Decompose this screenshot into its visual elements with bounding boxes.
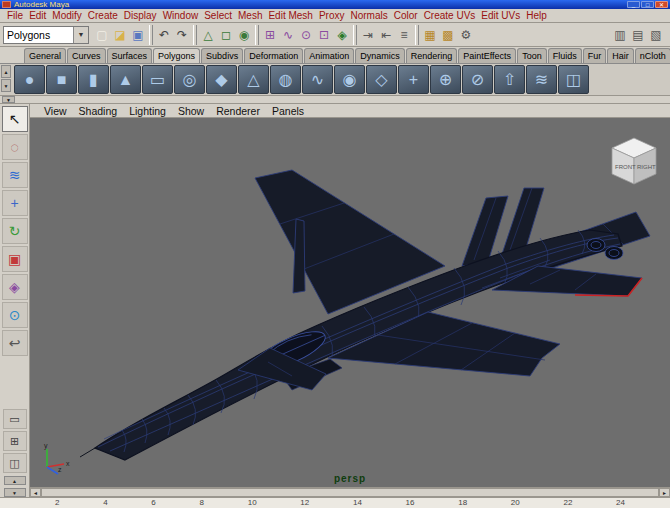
panel-menu-renderer[interactable]: Renderer bbox=[210, 105, 266, 117]
chevron-down-icon[interactable]: ▼ bbox=[73, 27, 88, 43]
toolbox-scroll-down-icon[interactable]: ▼ bbox=[4, 488, 26, 497]
maximize-button[interactable]: □ bbox=[641, 1, 654, 8]
shelf-menu-up-icon[interactable]: ▲ bbox=[1, 65, 11, 78]
shelf-tab-curves[interactable]: Curves bbox=[67, 48, 106, 63]
poly-prism-icon[interactable]: ◆ bbox=[206, 65, 237, 94]
four-pane-layout[interactable]: ⊞ bbox=[3, 431, 27, 451]
make-live-icon[interactable]: ◈ bbox=[333, 26, 351, 44]
select-component-icon[interactable]: ◉ bbox=[235, 26, 253, 44]
render-current-frame-icon[interactable]: ▦ bbox=[421, 26, 439, 44]
poly-cube-icon[interactable]: ■ bbox=[46, 65, 77, 94]
shelf-tab-dynamics[interactable]: Dynamics bbox=[355, 48, 405, 63]
extrude-icon[interactable]: ⇧ bbox=[494, 65, 525, 94]
shelf-menu-down-icon[interactable]: ▼ bbox=[1, 79, 11, 92]
panel-menu-view[interactable]: View bbox=[38, 105, 73, 117]
shelf-tab-fur[interactable]: Fur bbox=[583, 48, 607, 63]
menu-item-modify[interactable]: Modify bbox=[49, 9, 84, 22]
split-pane-layout[interactable]: ◫ bbox=[3, 453, 27, 473]
open-scene-icon[interactable]: ◪ bbox=[111, 26, 129, 44]
menu-item-edit-mesh[interactable]: Edit Mesh bbox=[265, 9, 315, 22]
shelf-tab-polygons[interactable]: Polygons bbox=[153, 48, 200, 63]
snap-view-plane-icon[interactable]: ⊡ bbox=[315, 26, 333, 44]
scroll-right-icon[interactable]: ► bbox=[659, 488, 670, 497]
output-connections-icon[interactable]: ⇤ bbox=[377, 26, 395, 44]
snap-curve-icon[interactable]: ∿ bbox=[279, 26, 297, 44]
last-tool[interactable]: ↩ bbox=[2, 330, 28, 356]
construction-history-icon[interactable]: ≡ bbox=[395, 26, 413, 44]
time-slider[interactable]: 24681012141618202224 bbox=[0, 497, 670, 508]
lasso-select-tool[interactable]: ◌ bbox=[2, 134, 28, 160]
menu-item-proxy[interactable]: Proxy bbox=[316, 9, 348, 22]
rotate-tool[interactable]: ↻ bbox=[2, 218, 28, 244]
redo-icon[interactable]: ↷ bbox=[173, 26, 191, 44]
perspective-viewport[interactable]: FRONT RIGHT y x z persp bbox=[30, 118, 670, 487]
menu-item-file[interactable]: File bbox=[4, 9, 26, 22]
move-tool[interactable]: + bbox=[2, 190, 28, 216]
separate-icon[interactable]: ⊘ bbox=[462, 65, 493, 94]
menu-item-color[interactable]: Color bbox=[391, 9, 421, 22]
panel-menu-show[interactable]: Show bbox=[172, 105, 210, 117]
shelf-tab-painteffects[interactable]: PaintEffects bbox=[458, 48, 516, 63]
shelf-tab-ncloth[interactable]: nCloth bbox=[635, 48, 670, 63]
poly-platonic-icon[interactable]: ◇ bbox=[366, 65, 397, 94]
menu-item-create[interactable]: Create bbox=[85, 9, 121, 22]
poly-helix-icon[interactable]: ∿ bbox=[302, 65, 333, 94]
show-channel-box-icon[interactable]: ▧ bbox=[647, 26, 665, 44]
menu-item-edit-uvs[interactable]: Edit UVs bbox=[478, 9, 523, 22]
create-polygon-icon[interactable]: + bbox=[398, 65, 429, 94]
undo-icon[interactable]: ↶ bbox=[155, 26, 173, 44]
menu-item-normals[interactable]: Normals bbox=[347, 9, 390, 22]
menu-item-window[interactable]: Window bbox=[160, 9, 202, 22]
snap-point-icon[interactable]: ⊙ bbox=[297, 26, 315, 44]
new-scene-icon[interactable]: ▢ bbox=[93, 26, 111, 44]
menu-item-mesh[interactable]: Mesh bbox=[235, 9, 265, 22]
poly-plane-icon[interactable]: ▭ bbox=[142, 65, 173, 94]
select-tool[interactable]: ↖ bbox=[2, 106, 28, 132]
single-pane-layout[interactable]: ▭ bbox=[3, 409, 27, 429]
view-cube[interactable]: FRONT RIGHT bbox=[604, 132, 662, 190]
shelf-tab-rendering[interactable]: Rendering bbox=[406, 48, 458, 63]
menu-item-help[interactable]: Help bbox=[523, 9, 550, 22]
select-hierarchy-icon[interactable]: △ bbox=[199, 26, 217, 44]
show-attribute-editor-icon[interactable]: ▥ bbox=[611, 26, 629, 44]
panel-menu-panels[interactable]: Panels bbox=[266, 105, 310, 117]
shelf-tab-deformation[interactable]: Deformation bbox=[244, 48, 303, 63]
menu-item-create-uvs[interactable]: Create UVs bbox=[421, 9, 479, 22]
hscroll-thumb[interactable] bbox=[41, 488, 659, 497]
minimize-button[interactable]: _ bbox=[627, 1, 640, 8]
shelf-tab-toon[interactable]: Toon bbox=[517, 48, 547, 63]
save-scene-icon[interactable]: ▣ bbox=[129, 26, 147, 44]
shelf-tab-subdivs[interactable]: Subdivs bbox=[201, 48, 243, 63]
shelf-tab-general[interactable]: General bbox=[24, 48, 66, 63]
show-manipulator-tool[interactable]: ⊙ bbox=[2, 302, 28, 328]
shelf-tab-surfaces[interactable]: Surfaces bbox=[107, 48, 153, 63]
poly-sphere-icon[interactable]: ● bbox=[14, 65, 45, 94]
render-settings-icon[interactable]: ⚙ bbox=[457, 26, 475, 44]
collapse-shelf-icon[interactable]: ▼ bbox=[2, 96, 15, 103]
poly-soccer-ball-icon[interactable]: ◉ bbox=[334, 65, 365, 94]
mirror-geometry-icon[interactable]: ◫ bbox=[558, 65, 589, 94]
poly-pipe-icon[interactable]: ◍ bbox=[270, 65, 301, 94]
scroll-left-icon[interactable]: ◄ bbox=[30, 488, 41, 497]
snap-grid-icon[interactable]: ⊞ bbox=[261, 26, 279, 44]
universal-manipulator-tool[interactable]: ◈ bbox=[2, 274, 28, 300]
shelf-tab-hair[interactable]: Hair bbox=[607, 48, 634, 63]
menu-set-dropdown[interactable]: Polygons ▼ bbox=[3, 26, 89, 44]
panel-menu-lighting[interactable]: Lighting bbox=[123, 105, 172, 117]
menu-item-edit[interactable]: Edit bbox=[26, 9, 49, 22]
smooth-icon[interactable]: ≋ bbox=[526, 65, 557, 94]
poly-pyramid-icon[interactable]: △ bbox=[238, 65, 269, 94]
select-object-icon[interactable]: ◻ bbox=[217, 26, 235, 44]
panel-menu-shading[interactable]: Shading bbox=[73, 105, 124, 117]
combine-icon[interactable]: ⊕ bbox=[430, 65, 461, 94]
poly-cone-icon[interactable]: ▲ bbox=[110, 65, 141, 94]
close-button[interactable]: ✕ bbox=[655, 1, 668, 8]
shelf-tab-animation[interactable]: Animation bbox=[304, 48, 354, 63]
scale-tool[interactable]: ▣ bbox=[2, 246, 28, 272]
window-titlebar[interactable]: Autodesk Maya _□✕ bbox=[0, 0, 670, 9]
poly-cylinder-icon[interactable]: ▮ bbox=[78, 65, 109, 94]
shelf-tab-fluids[interactable]: Fluids bbox=[548, 48, 582, 63]
ipr-render-icon[interactable]: ▩ bbox=[439, 26, 457, 44]
menu-item-display[interactable]: Display bbox=[121, 9, 160, 22]
poly-torus-icon[interactable]: ◎ bbox=[174, 65, 205, 94]
